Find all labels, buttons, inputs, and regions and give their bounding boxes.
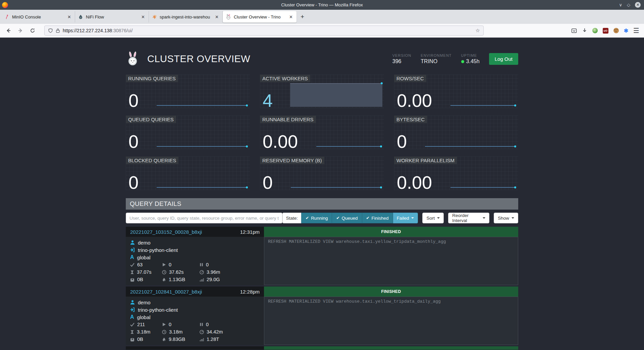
resource-group-icon: A (130, 314, 134, 320)
memory-scale-icon (130, 277, 135, 282)
url-bar[interactable]: https://212.227.224.138:30876/ui/ ☆ (44, 26, 484, 36)
stat-tile: BLOCKED QUERIES 0 (126, 157, 250, 190)
query-id-link[interactable]: 20221027_103152_00028_b8xji (130, 229, 202, 235)
tab-spark-notebook[interactable]: spark-ingest-into-warehou ✕ (149, 11, 223, 23)
show-dropdown[interactable]: Show (494, 213, 518, 223)
sparkline-chart (425, 146, 516, 147)
stat-tile: ROWS/SEC 0.00 (394, 75, 518, 108)
query-header: 20221027_102841_00026_b8xji 12:28pm (126, 346, 264, 350)
peak-memory: 1.13GB (169, 277, 185, 282)
query-search-input[interactable] (126, 213, 282, 223)
sparkline-chart (291, 187, 381, 188)
user-icon (130, 300, 135, 305)
ublock-extension-icon[interactable]: uO (603, 28, 608, 34)
tab-close-icon[interactable]: ✕ (214, 14, 219, 19)
stat-label: RESERVED MEMORY (B) (260, 157, 324, 164)
stat-value: 4 (263, 91, 273, 110)
current-memory: 0B (137, 337, 143, 342)
filter-finished-button[interactable]: ✔Finished (362, 213, 393, 223)
reload-button[interactable] (28, 26, 38, 36)
completed-splits: 63 (137, 262, 143, 267)
forward-button[interactable] (15, 26, 25, 36)
query-user: demo (138, 300, 151, 305)
sparkline-chart (157, 105, 247, 106)
url-path: :30876/ui/ (112, 28, 133, 33)
sign-in-source-icon (130, 248, 135, 252)
uptime-value: 3.45h (466, 58, 480, 64)
trino-bunny-icon (226, 14, 231, 19)
extension-icon[interactable] (592, 28, 598, 33)
filter-running-button[interactable]: ✔Running (301, 213, 332, 223)
flame-icon (162, 277, 166, 282)
reorder-interval-dropdown[interactable]: Reorder Interval (448, 213, 489, 223)
gauge-icon (200, 270, 204, 274)
window-titlebar: Cluster Overview - Trino — Mozilla Firef… (0, 0, 644, 10)
memory-scale-icon (130, 337, 135, 342)
query-row: 20221027_102841_00026_b8xji 12:28pm FINI… (126, 346, 518, 350)
window-close-icon[interactable]: ✕ (635, 2, 641, 8)
window-maximize-icon[interactable]: ◇ (627, 2, 630, 7)
tab-nifi-flow[interactable]: NiFi Flow ✕ (75, 11, 149, 23)
query-time: 12:28pm (240, 349, 260, 350)
tab-cluster-overview[interactable]: Cluster Overview - Trino ✕ (223, 11, 297, 23)
stat-tile: WORKER PARALLELISM 0.00 (394, 157, 518, 190)
stat-tile: ACTIVE WORKERS 4 (260, 75, 384, 108)
uptime-status-dot (461, 60, 464, 63)
stats-grid: RUNNING QUERIES 0 ACTIVE WORKERS 4 ROWS/… (126, 75, 518, 190)
stat-value: 0 (128, 173, 139, 191)
tab-minio-console[interactable]: MinIO Console ✕ (1, 11, 75, 23)
peak-memory: 9.83GB (169, 337, 185, 342)
uptime-stat: UPTIME 3.45h (461, 53, 480, 64)
stat-value: 0 (128, 132, 139, 150)
version-value: 396 (392, 58, 412, 64)
query-row: 20221027_103152_00028_b8xji 12:31pm FINI… (126, 227, 518, 285)
lock-icon[interactable] (56, 28, 60, 33)
resource-group-icon: A (130, 255, 134, 260)
environment-value: TRINO (421, 58, 451, 64)
sparkline-chart (450, 187, 516, 188)
pause-icon (200, 322, 203, 326)
sparkline-chart (316, 146, 381, 147)
query-id-link[interactable]: 20221027_102841_00026_b8xji (130, 349, 202, 350)
cpu-time: 3.18m (169, 329, 182, 335)
url-domain: https://212.227.224.138 (63, 28, 112, 33)
sparkline-chart (290, 83, 382, 107)
gauge-icon (200, 330, 204, 334)
stat-tile: RUNNABLE DRIVERS 0.00 (260, 116, 384, 149)
query-row: 20221027_102841_00027_b8xji 12:28pm FINI… (126, 287, 518, 345)
hamburger-menu-icon[interactable]: ☰ (633, 27, 639, 35)
window-title: Cluster Overview - Trino — Mozilla Firef… (0, 2, 644, 7)
filter-failed-dropdown[interactable]: Failed (393, 213, 418, 223)
downloads-icon[interactable] (582, 28, 587, 33)
extension-star-icon[interactable]: ✱ (624, 28, 628, 34)
tab-close-icon[interactable]: ✕ (288, 14, 293, 19)
tab-label: NiFi Flow (86, 14, 138, 19)
tab-close-icon[interactable]: ✕ (141, 14, 146, 19)
new-tab-button[interactable]: + (297, 13, 308, 20)
version-stat: VERSION 396 (392, 53, 412, 64)
screenshot-save-icon[interactable] (571, 28, 577, 34)
logout-button[interactable]: Log Out (489, 53, 518, 65)
back-button[interactable] (3, 26, 13, 36)
query-time: 12:28pm (240, 289, 260, 295)
cumulative-time: 3.96m (207, 269, 220, 275)
cookie-extension-icon[interactable] (613, 28, 619, 33)
play-icon (162, 322, 166, 326)
window-minimize-icon[interactable]: ∨ (619, 2, 622, 7)
trino-bunny-logo (126, 51, 140, 67)
bookmark-star-icon[interactable]: ☆ (476, 28, 480, 34)
query-id-link[interactable]: 20221027_102841_00027_b8xji (130, 289, 202, 295)
trino-page: CLUSTER OVERVIEW VERSION 396 ENVIRONMENT… (0, 38, 644, 350)
tracking-shield-icon[interactable] (48, 28, 53, 33)
query-details-title: QUERY DETAILS (130, 200, 181, 208)
running-splits: 0 (169, 262, 171, 267)
state-label: State: (282, 213, 301, 223)
query-time: 12:31pm (240, 229, 260, 235)
query-resource-group: global (137, 314, 151, 320)
filter-queued-button[interactable]: ✔Queued (332, 213, 362, 223)
tab-close-icon[interactable]: ✕ (67, 14, 72, 19)
sort-dropdown[interactable]: Sort (422, 213, 444, 223)
query-filter-row: State: ✔Running ✔Queued ✔Finished Failed… (126, 213, 518, 223)
stat-tile: BYTES/SEC 0 (394, 116, 518, 149)
sign-in-source-icon (130, 307, 135, 312)
